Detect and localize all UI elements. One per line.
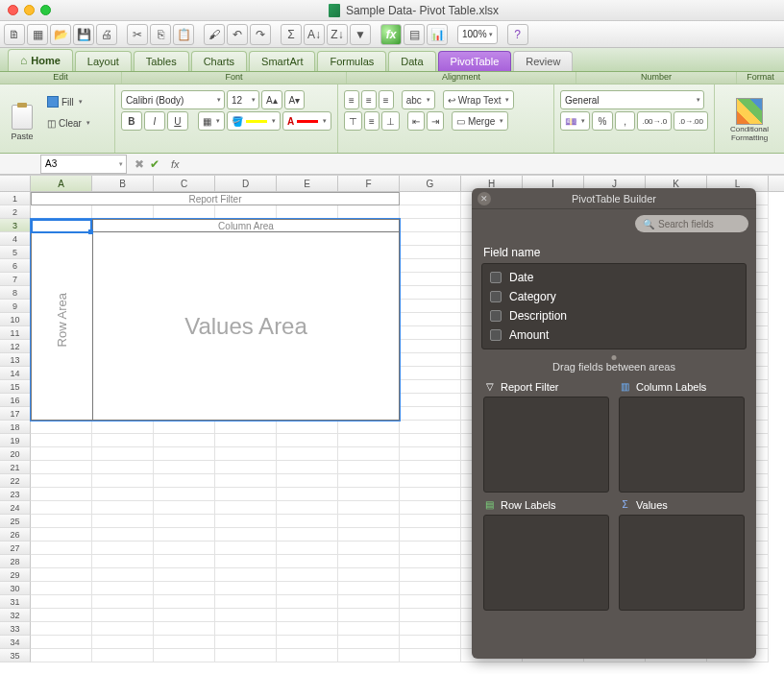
cell[interactable]	[338, 340, 400, 353]
cell[interactable]	[338, 394, 400, 407]
cell[interactable]	[92, 622, 154, 636]
autosum-button[interactable]: Σ	[281, 24, 302, 45]
ptb-area-values[interactable]	[619, 515, 745, 611]
align-center-button[interactable]: ≡	[361, 90, 377, 109]
merge-button[interactable]: ▭Merge	[452, 111, 508, 131]
cell[interactable]	[338, 367, 400, 380]
cell[interactable]	[215, 609, 277, 622]
cell[interactable]	[215, 246, 277, 259]
cell[interactable]	[31, 649, 92, 662]
cell[interactable]	[277, 407, 338, 421]
row-header[interactable]: 32	[0, 609, 31, 622]
cell[interactable]	[92, 286, 154, 300]
currency-button[interactable]: 💷	[560, 111, 590, 131]
cell[interactable]	[338, 300, 400, 313]
row-header[interactable]: 23	[0, 488, 31, 501]
increase-decimal-button[interactable]: .00→.0	[637, 111, 672, 131]
fill-button[interactable]: Fill	[42, 92, 95, 111]
row-header[interactable]: 25	[0, 515, 31, 528]
cell[interactable]	[277, 555, 338, 568]
column-header[interactable]: F	[338, 176, 400, 191]
ptb-area-columns[interactable]	[619, 397, 745, 493]
cell[interactable]	[92, 501, 154, 515]
zoom-select[interactable]: 100%	[457, 25, 498, 44]
column-header[interactable]: C	[154, 176, 215, 191]
cell[interactable]	[338, 286, 400, 300]
cell[interactable]	[277, 582, 338, 595]
row-header[interactable]: 13	[0, 353, 31, 367]
cell[interactable]	[92, 421, 154, 434]
cell[interactable]	[277, 434, 338, 447]
cell[interactable]	[31, 273, 92, 286]
cell[interactable]	[400, 286, 461, 300]
cell[interactable]	[31, 421, 92, 434]
cell[interactable]	[154, 313, 215, 326]
cell[interactable]	[31, 340, 92, 353]
cell[interactable]	[92, 300, 154, 313]
sort-desc-button[interactable]: Z↓	[327, 24, 348, 45]
row-header[interactable]: 14	[0, 367, 31, 380]
tab-pivottable[interactable]: PivotTable	[438, 51, 512, 71]
cell[interactable]	[400, 340, 461, 353]
cell[interactable]	[215, 192, 277, 205]
cell[interactable]	[215, 300, 277, 313]
cell[interactable]	[215, 582, 277, 595]
cell[interactable]	[31, 568, 92, 582]
column-header[interactable]: G	[400, 176, 461, 191]
cut-button[interactable]: ✂	[127, 24, 148, 45]
cell[interactable]	[92, 555, 154, 568]
fx-label-icon[interactable]: fx	[171, 158, 180, 170]
column-header[interactable]: E	[277, 176, 338, 191]
cell[interactable]	[400, 434, 461, 447]
ptb-field-item[interactable]: Description	[482, 306, 746, 325]
cell[interactable]	[92, 515, 154, 528]
cell[interactable]	[154, 340, 215, 353]
cell[interactable]	[338, 219, 400, 232]
cell[interactable]	[92, 474, 154, 488]
cell[interactable]	[154, 326, 215, 340]
cell[interactable]	[154, 192, 215, 205]
cell[interactable]	[92, 380, 154, 394]
cell[interactable]	[338, 434, 400, 447]
cell[interactable]	[92, 649, 154, 662]
cell[interactable]	[31, 461, 92, 474]
cell[interactable]	[92, 488, 154, 501]
cell[interactable]	[215, 542, 277, 555]
row-header[interactable]: 4	[0, 232, 31, 246]
cell[interactable]	[338, 542, 400, 555]
cell[interactable]	[400, 542, 461, 555]
cell[interactable]	[31, 232, 92, 246]
cell[interactable]	[92, 232, 154, 246]
cell[interactable]	[215, 622, 277, 636]
cell[interactable]	[92, 246, 154, 259]
ptb-field-item[interactable]: Amount	[482, 325, 746, 345]
cell[interactable]	[92, 542, 154, 555]
ptb-close-button[interactable]: ✕	[478, 192, 491, 205]
row-header[interactable]: 9	[0, 300, 31, 313]
cell[interactable]	[92, 447, 154, 461]
bold-button[interactable]: B	[121, 111, 142, 131]
cell[interactable]	[154, 300, 215, 313]
row-header[interactable]: 2	[0, 205, 31, 219]
cell[interactable]	[92, 636, 154, 649]
cell[interactable]	[154, 528, 215, 542]
cell[interactable]	[277, 474, 338, 488]
cell[interactable]	[338, 326, 400, 340]
cell[interactable]	[215, 286, 277, 300]
format-painter-button[interactable]: 🖌	[204, 24, 225, 45]
cell[interactable]	[154, 461, 215, 474]
cell[interactable]	[31, 488, 92, 501]
cell[interactable]	[92, 434, 154, 447]
cell[interactable]	[31, 622, 92, 636]
select-all-corner[interactable]	[0, 176, 31, 191]
cell[interactable]	[92, 582, 154, 595]
cell[interactable]	[277, 232, 338, 246]
cell[interactable]	[215, 394, 277, 407]
row-header[interactable]: 6	[0, 259, 31, 273]
cell[interactable]	[31, 205, 92, 219]
cell[interactable]	[31, 313, 92, 326]
cell[interactable]	[400, 273, 461, 286]
cell[interactable]	[31, 353, 92, 367]
cell[interactable]	[154, 568, 215, 582]
cell[interactable]	[400, 313, 461, 326]
